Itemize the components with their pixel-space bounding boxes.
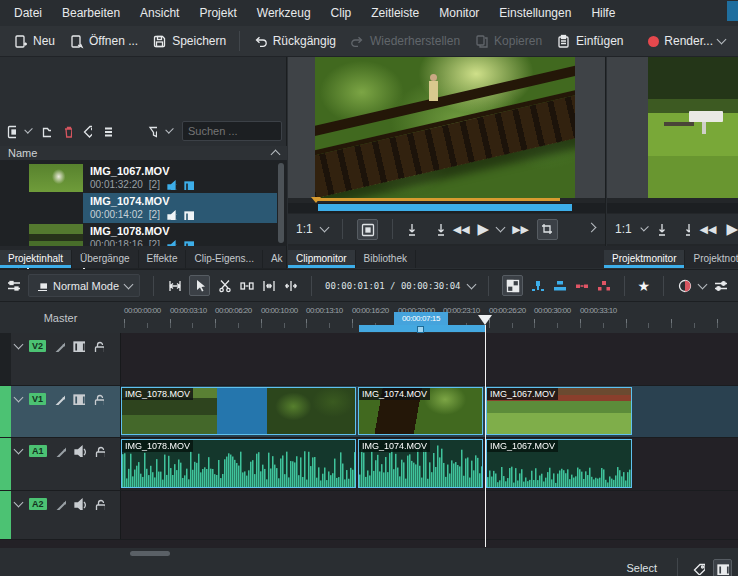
mixed-audio-video-icon[interactable] — [502, 275, 523, 296]
video-track-icon[interactable] — [72, 392, 85, 405]
add-clip-icon[interactable] — [6, 124, 16, 139]
track-header-a1[interactable]: A1 — [11, 438, 121, 490]
delete-icon[interactable] — [61, 124, 71, 139]
track-tag[interactable]: A2 — [29, 498, 47, 510]
open-button[interactable]: Öffnen ... — [62, 30, 145, 53]
insert-zone-icon[interactable] — [530, 278, 545, 293]
menu-ansicht[interactable]: Ansicht — [130, 0, 189, 26]
bin-column-header[interactable]: Name — [0, 146, 287, 161]
lock-icon[interactable] — [92, 340, 104, 352]
timeline-clip-audio-1074[interactable]: IMG_1074.MOV — [358, 439, 483, 488]
play-icon[interactable]: ▶ — [726, 220, 738, 238]
track-target-indicator-active[interactable] — [0, 386, 11, 437]
track-target-indicator[interactable] — [0, 333, 11, 385]
timeline-horizontal-scrollbar[interactable] — [130, 551, 170, 556]
ripple-tool-icon[interactable] — [283, 278, 298, 293]
spacer-tool-icon[interactable] — [239, 278, 254, 293]
track-tag[interactable]: A1 — [29, 445, 47, 457]
edit-mode-select[interactable]: Normal Mode — [28, 274, 140, 297]
zoom-level[interactable]: 1:1 — [296, 222, 313, 236]
undo-button[interactable]: Rückgängig — [246, 30, 343, 53]
track-target-indicator-active[interactable] — [0, 438, 11, 490]
set-zone-in-icon[interactable] — [407, 222, 422, 237]
play-icon[interactable]: ▶ — [478, 220, 490, 238]
add-clip-chevron-icon[interactable] — [24, 125, 33, 134]
bin-scrollbar[interactable] — [278, 163, 284, 243]
more-tools-icon[interactable] — [587, 223, 597, 233]
tab-projektinhalt[interactable]: Projektinhalt — [0, 250, 72, 268]
new-button[interactable]: Neu — [6, 30, 62, 53]
video-frame-garden[interactable] — [648, 57, 738, 198]
audio-track-icon[interactable] — [73, 497, 86, 510]
effects-wand-icon[interactable] — [54, 498, 66, 510]
monitor-seekbar[interactable] — [607, 203, 738, 213]
collapse-chevron-icon[interactable] — [14, 497, 24, 507]
record-chevron-icon[interactable] — [698, 279, 708, 289]
tab-projektmonitor[interactable]: Projektmonitor — [604, 250, 685, 268]
view-menu-icon[interactable] — [102, 124, 112, 139]
render-button[interactable]: Render... — [641, 30, 732, 52]
overwrite-zone-icon[interactable] — [552, 278, 567, 293]
timeline-clip-audio-1078[interactable]: IMG_1078.MOV — [121, 439, 356, 488]
collapse-chevron-icon[interactable] — [14, 392, 24, 402]
master-track-button[interactable]: Master — [0, 302, 122, 333]
slip-tool-icon[interactable] — [261, 278, 276, 293]
tab-clip-eigenschaften[interactable]: Clip-Eigens... — [186, 250, 262, 268]
collapse-chevron-icon[interactable] — [14, 339, 24, 349]
playhead-handle[interactable] — [478, 315, 492, 325]
zoom-level[interactable]: 1:1 — [615, 222, 632, 236]
timeline-clip-video-1078[interactable]: IMG_1078.MOV — [121, 387, 356, 435]
lock-icon[interactable] — [92, 393, 104, 405]
zone-trim-icon[interactable] — [537, 219, 558, 240]
menu-projekt[interactable]: Projekt — [189, 0, 246, 26]
tab-uebergaenge[interactable]: Übergänge — [72, 250, 138, 268]
track-a2-body[interactable] — [121, 491, 738, 539]
tab-projektnotizen[interactable]: Projektnotizen — [685, 250, 738, 268]
redo-button[interactable]: Wiederherstellen — [343, 30, 467, 53]
track-target-indicator-active[interactable] — [0, 491, 11, 539]
menu-hilfe[interactable]: Hilfe — [581, 0, 625, 26]
audio-track-icon[interactable] — [73, 444, 86, 457]
bin-row-img1074-selected[interactable]: IMG_1074.MOV 00:00:14:02 [2] — [0, 193, 287, 223]
collapse-chevron-icon[interactable] — [14, 444, 24, 454]
video-track-icon[interactable] — [72, 339, 85, 352]
timeline-clip-video-1074[interactable]: IMG_1074.MOV — [358, 387, 483, 435]
video-frame-bridge[interactable] — [315, 57, 575, 198]
selection-tool-icon[interactable] — [189, 275, 210, 296]
menu-einstellungen[interactable]: Einstellungen — [489, 0, 581, 26]
paste-button[interactable]: Einfügen — [549, 30, 630, 53]
status-tag-icon[interactable] — [692, 562, 705, 575]
timeline-clip-audio-1067[interactable]: IMG_1067.MOV — [486, 439, 632, 488]
status-thumbnails-icon[interactable] — [713, 559, 732, 576]
set-zone-in-icon[interactable] — [657, 222, 668, 237]
track-tag[interactable]: V1 — [29, 393, 46, 405]
track-a1-body[interactable]: IMG_1078.MOV IMG_1074.MOV IMG_1067.MOV — [121, 438, 738, 490]
menu-monitor[interactable]: Monitor — [429, 0, 489, 26]
zoom-chevron-icon[interactable] — [319, 223, 329, 233]
set-zone-out-icon[interactable] — [678, 222, 689, 237]
tab-clipmonitor[interactable]: Clipmonitor — [288, 250, 356, 268]
save-button[interactable]: Speichern — [145, 30, 233, 53]
effects-wand-icon[interactable] — [54, 445, 66, 457]
record-options-icon[interactable] — [677, 278, 692, 293]
track-header-v1[interactable]: V1 — [11, 386, 121, 437]
timeline-zone-bar[interactable] — [359, 325, 486, 332]
timeline-options-icon[interactable] — [713, 278, 728, 293]
timecode-chevron-icon[interactable] — [466, 279, 476, 289]
track-tag[interactable]: V2 — [29, 340, 46, 352]
zoom-chevron-icon[interactable] — [640, 223, 649, 232]
zone-handle[interactable] — [417, 326, 424, 333]
menu-datei[interactable]: Datei — [4, 0, 52, 26]
rewind-icon[interactable]: ◀◀ — [453, 223, 470, 236]
playhead[interactable] — [485, 325, 486, 547]
tab-effekte[interactable]: Effekte — [139, 250, 187, 268]
copy-button[interactable]: Kopieren — [467, 30, 549, 53]
tag-icon[interactable] — [82, 124, 92, 139]
mix-clips-icon[interactable] — [167, 278, 182, 293]
menu-bearbeiten[interactable]: Bearbeiten — [52, 0, 130, 26]
zone-mode-icon[interactable] — [357, 219, 378, 240]
monitor-zone-bar[interactable] — [315, 198, 560, 201]
rewind-icon[interactable]: ◀◀ — [700, 223, 717, 236]
search-input[interactable] — [182, 121, 282, 141]
lock-icon[interactable] — [93, 445, 105, 457]
